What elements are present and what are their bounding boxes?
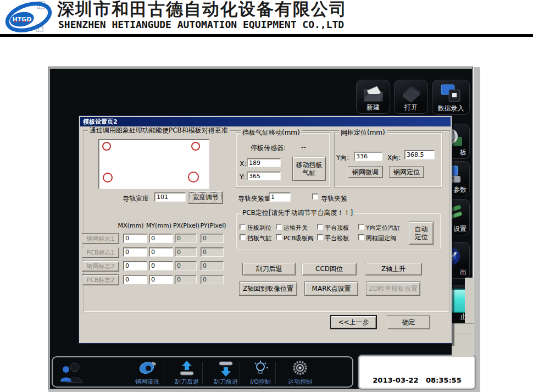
pcb-mark2-py-field [201,275,224,284]
baffle-x-input[interactable] [247,158,281,167]
data-entry-icon [439,83,463,104]
motion-control-icon [291,360,309,378]
pcb-mark1-mx-input[interactable] [123,247,147,257]
rail-clamp-checkbox[interactable] [312,194,318,200]
frame-fix-valve-checkbox[interactable] [358,234,364,240]
stencil-mark2-button[interactable]: 钢网标志2 [82,261,119,272]
users-icon [59,362,86,384]
z-axis-up-button[interactable]: Z轴上升 [365,263,422,275]
col-header-px: PX(Pixel) [173,222,200,229]
stencil-clean-icon [137,360,158,378]
stop-sensor-value: -- [301,143,306,151]
pcb-mark2-button[interactable]: PCB标志2 [82,274,119,285]
header: HTGD 深圳市和田古德自动化设备有限公司 SHENZHEN HETIANGUD… [0,0,533,34]
width-adjust-button[interactable]: 宽度调节 [188,191,223,204]
stencil-mark2-py-field [201,261,224,270]
nav-button-open[interactable]: 打开 [394,80,428,114]
template-settings-dialog: 模板设置页2 通过调用图象处理功能能使PCB和模板对得更准 导轨宽度 宽度调节 … [79,115,452,344]
z-to-capture-button[interactable]: Z轴回到取像位置 [239,281,297,296]
fiducial-mark [191,142,200,151]
stop-sensor-label: 停板传感器: [251,143,286,153]
company-name-en: SHENZHEN HETIANGUDE AUTOMATION EQUIPMENT… [58,19,344,30]
squeegee-back-icon [177,360,196,378]
stencil-position-button[interactable]: 钢网定位 [389,166,424,178]
nav-button-new[interactable]: 新建 [356,80,390,114]
header-divider [0,34,533,37]
status-panel: 2013-03-22 08:35:55 [358,355,476,390]
toolbar-item-motion-control[interactable]: 运动控制 [280,360,320,386]
fiducial-mark [102,142,111,151]
toolbar-separator [275,362,276,384]
frame-y-input[interactable] [354,152,382,161]
nav-button-data-entry[interactable]: 数据录入 [432,80,470,115]
rail-clamp-amount-label: 导轨夹紧量: [238,194,273,203]
rail-width-label: 导轨宽度 [123,194,149,203]
pcb-mark1-my-input[interactable] [149,247,173,257]
y-position-cylinder-label: Y向定位汽缸 [366,224,400,232]
auto-position-button[interactable]: 自动 定位 [409,222,434,245]
stencil-mark1-my-input[interactable] [149,234,173,243]
check-2d-template-button: 2D检查模板设置 [366,281,420,296]
previous-step-button[interactable]: <<上一步 [330,315,377,329]
y-position-cylinder-checkbox[interactable] [358,224,364,230]
stencil-mark2-my-input[interactable] [149,261,173,270]
platform-release-label: 平台松板 [325,234,349,242]
frame-group-label: 网框定位(mm) [339,129,387,136]
platform-top-label: 平台顶板 [325,224,349,232]
baffle-cylinder-checkbox[interactable] [240,234,246,240]
rail-width-input[interactable] [154,192,186,202]
baffle-y-label: Y: [240,173,245,181]
io-control-icon [251,360,270,378]
move-baffle-button[interactable]: 移动挡板 气缸 [292,157,326,181]
ok-button[interactable]: 确定 [387,315,430,329]
stencil-mark1-py-field [201,234,224,243]
pcb-mark2-my-input[interactable] [149,275,173,284]
bottom-toolbar: 钢网清洗 刮刀后退 刮刀前进 [52,356,353,388]
transport-switch-label: 运输开关 [284,224,308,232]
pcb-preview-canvas [98,139,209,189]
toolbar-separator [164,362,164,384]
ccd-return-button[interactable]: CCD回位 [302,263,357,275]
page: HTGD 深圳市和田古德自动化设备有限公司 SHENZHEN HETIANGUD… [0,0,533,392]
mark-point-setting-button[interactable]: MARK点设置 [304,281,358,296]
col-header-mx: MX(mm) [116,222,145,229]
stencil-mark1-mx-input[interactable] [123,234,147,243]
pcb-suction-valve-label: PCB吸板阀 [284,234,314,242]
toolbar-item-squeegee-back[interactable]: 刮刀后退 [168,360,206,386]
frame-x-input[interactable] [404,150,435,159]
pcb-group-label: PCB定位[请先手动调节平台高度！！] [241,209,354,217]
dialog-titlebar[interactable]: 模板设置页2 [80,117,451,126]
rail-clamp-amount-input[interactable] [269,192,291,202]
fiducial-mark [188,172,199,183]
company-logo-icon: HTGD [4,1,56,34]
toolbar-item-squeegee-forward[interactable]: 刮刀前进 [207,360,245,386]
platform-release-checkbox[interactable] [317,234,323,240]
press-in-place-label: 压板到位 [247,224,271,232]
stencil-fine-tune-button[interactable]: 钢网微调 [348,166,383,178]
stencil-mark1-px-field [175,234,197,243]
press-in-place-checkbox[interactable] [240,224,246,230]
col-header-py: PY(Pixel) [200,222,226,229]
company-name-cn: 深圳市和田古德自动化设备有限公司 [57,0,347,21]
toolbar-item-stencil-clean[interactable]: 钢网清洗 [127,360,167,386]
squeegee-forward-icon [216,360,235,378]
toolbar-item-io-control[interactable]: I/O控制 [243,360,278,386]
pcb-mark1-button[interactable]: PCB标志1 [82,247,119,258]
pcb-mark2-mx-input[interactable] [123,275,147,284]
pcb-suction-valve-checkbox[interactable] [276,234,282,240]
stencil-mark2-mx-input[interactable] [123,261,147,270]
rail-clamp-checkbox-label: 导轨夹紧 [321,194,347,203]
alignment-group-label: 通过调用图象处理功能能使PCB和模板对得更准 [88,126,230,134]
datetime-display: 2013-03-22 08:35:55 [359,376,475,384]
baffle-y-input[interactable] [247,172,281,180]
pcb-mark1-px-field [175,247,197,257]
col-header-my: MY(mm) [145,222,173,229]
transport-switch-checkbox[interactable] [276,224,282,230]
platform-top-checkbox[interactable] [317,224,323,230]
frame-fix-valve-label: 网框固定阀 [366,234,396,242]
background-dialog-corner [452,323,474,357]
squeegee-back-button[interactable]: 刮刀后退 [242,263,296,275]
pcb-mark2-px-field [175,275,197,284]
stencil-mark2-px-field [175,261,197,270]
stencil-mark1-button[interactable]: 钢网标志1 [82,233,119,244]
